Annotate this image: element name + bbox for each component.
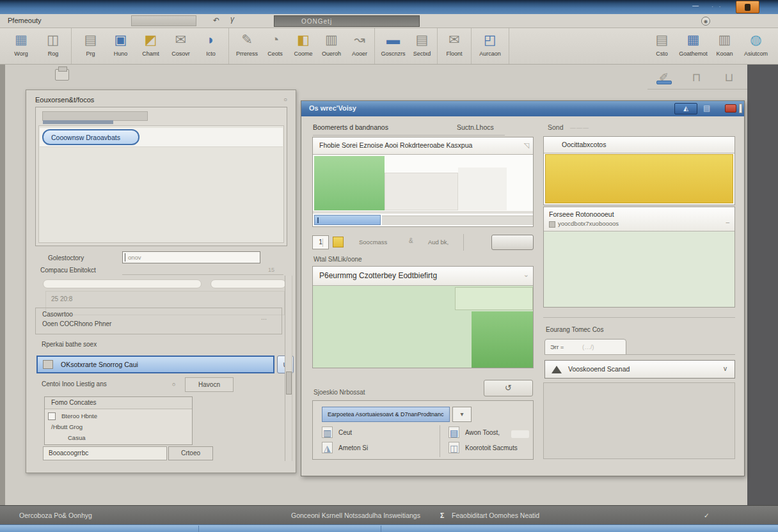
faint-badge (511, 430, 529, 438)
ribbon-label: Prreress (236, 51, 258, 57)
ribbon-label: Cosovr (171, 51, 190, 57)
standard-dropdown[interactable]: Vooskooend Scanad v (544, 360, 735, 379)
refresh-button[interactable]: ↺ (484, 380, 533, 396)
yellow-box-header[interactable]: Oocittabxcotos (544, 137, 734, 153)
radio-icon[interactable]: ○ (172, 381, 175, 387)
help-icon[interactable]: ◉ (701, 17, 710, 26)
option-awon-toost[interactable]: Awon Toost, (465, 429, 500, 436)
ribbon-button-oueroh[interactable]: ▥Oueroh (317, 28, 345, 63)
ribbon-button-ceots[interactable]: ◔Ceots (261, 28, 289, 63)
quantity-stepper[interactable]: 1 (312, 235, 329, 249)
planning-header[interactable]: P6eurmmg Czotterbey Eodtbiefirtg (313, 267, 533, 286)
bottom-field[interactable]: Booacoogrrbc (43, 446, 167, 460)
ribbon-button-chamt[interactable]: ◩Chamt (136, 28, 166, 63)
list-item[interactable]: Casua (68, 434, 85, 441)
ribbon-button-floont[interactable]: ✉Floont (438, 28, 470, 63)
option-pill[interactable] (43, 279, 202, 288)
selected-combo[interactable]: Earpoetea Asortuaiesoavt & D7nanProdtnan… (322, 407, 450, 422)
sjoeskio-label: Sjoeskio Nrbossat (314, 389, 365, 396)
crtoeo-button[interactable]: Crtoeo (168, 446, 213, 460)
option-ceut[interactable]: Ceut (338, 429, 352, 436)
panel-help-icon[interactable]: ○ (283, 96, 287, 103)
format-box-header[interactable]: Forseee Rotonoooeut yoocdbotx7xuoboooos … (544, 207, 734, 231)
notes-icon: ▤ (656, 30, 669, 49)
ribbon-button-worg[interactable]: ▦Worg (5, 28, 37, 63)
havocn-button[interactable]: Havocn (185, 377, 234, 392)
ribbon-button-cosovr[interactable]: ✉Cosovr (166, 28, 196, 63)
dialog-menu-icon[interactable]: ▤ (703, 104, 710, 113)
color-swatch-icon[interactable] (333, 237, 344, 247)
app-menu-tab[interactable]: Pfemeouty (8, 17, 42, 24)
ribbon-button-aurcaon[interactable]: ◰Aurcaon (472, 28, 508, 63)
em-field-ghost: (…/) (582, 340, 594, 354)
minimize-icon[interactable]: — (692, 2, 700, 9)
clock-icon: ◔ (271, 30, 280, 49)
option-ameton[interactable]: Ameton Si (338, 444, 368, 451)
preview-box-header[interactable]: Fhobie Sorei Eznoise Aooi Rokdrteeroabe … (313, 137, 533, 155)
option-koorotoit[interactable]: Koorotoit Sacmuts (465, 444, 518, 451)
audbk-label: Aud bk, (428, 239, 449, 246)
chevron-down-icon: v (724, 365, 727, 372)
ribbon-button-sectxd[interactable]: ▤Sectxd (408, 28, 436, 63)
document-list[interactable]: Cooownsw Draoavbats (38, 125, 284, 243)
ribbon-button-aooer[interactable]: ↝Aooer (345, 28, 374, 63)
case-box: Casowrtoo Ooen COCRhono Phner ⋯ (35, 308, 282, 334)
annotate-button[interactable]: ✐ (647, 66, 680, 89)
ribbon-button-csto[interactable]: ▤Csto (646, 28, 678, 63)
ribbon-button-prg[interactable]: ▤Prg (75, 28, 106, 63)
basket-icon: ⊔ (724, 70, 733, 84)
clipboard-icon: ▣ (115, 30, 127, 49)
divider (440, 425, 440, 457)
ribbon-button-asiutcom[interactable]: ◍Asiutcom (740, 28, 772, 63)
minimize-mark[interactable]: – (726, 219, 729, 226)
em-field-value: Эrr = (550, 343, 564, 350)
option-pill[interactable] (210, 279, 286, 288)
selected-list-item[interactable]: Cooownsw Draoavbats (42, 129, 139, 145)
combo-dropdown-button[interactable]: ▾ (452, 407, 472, 422)
folder-icon: ◧ (297, 30, 310, 49)
ribbon-label: Goathemot (679, 51, 708, 57)
dialog-pin-button[interactable]: ◭ (674, 103, 697, 114)
printer-icon[interactable] (55, 69, 69, 81)
ribbon-label: Worg (14, 51, 28, 57)
scrollbar[interactable] (285, 276, 292, 461)
dialog-titlebar[interactable]: Os wrec'Voisy ◭ ▤ (301, 101, 744, 116)
panel-tab[interactable] (42, 111, 148, 121)
taskbar-separator (198, 526, 199, 532)
list-item[interactable]: Bteroo Hbnte (61, 412, 97, 419)
ribbon-group-share: ◰Aurcaon (472, 28, 509, 64)
list-item[interactable]: /Hbutt Grog (51, 423, 83, 430)
scrollbar-thumb[interactable] (286, 372, 292, 395)
checkbox[interactable] (48, 412, 56, 420)
page-icon: ▥ (718, 30, 731, 49)
blue-progress-bar[interactable] (314, 215, 381, 225)
ribbon-button-kooan[interactable]: ▥Kooan (709, 28, 740, 63)
ribbon-button-prreress[interactable]: ✎Prreress (233, 28, 261, 63)
ribbon-button-goathemot[interactable]: ▦Goathemot (678, 28, 709, 63)
dialog-close-button[interactable] (725, 104, 736, 113)
directory-input[interactable]: onov (122, 251, 260, 263)
tab-documents[interactable]: Boomererts d bandnanos (313, 123, 388, 131)
document-title-field[interactable]: OONGetj (274, 15, 420, 27)
quick-access-button[interactable] (131, 15, 196, 26)
funnel-icon: ◗ (207, 30, 215, 49)
corner-fold-icon: ◹ (524, 141, 529, 150)
em-field[interactable]: Эrr =(…/) (544, 339, 626, 355)
highlighted-row[interactable]: OKsotxrarte Snorrog Caui (36, 356, 274, 373)
ribbon-group-mail: ✉Floont (438, 28, 472, 64)
blank-action-button[interactable] (491, 235, 534, 250)
undo-icon[interactable]: ↶ (213, 16, 219, 25)
close-button[interactable] (736, 1, 759, 13)
basket-button[interactable]: ⊔ (713, 66, 745, 89)
redo-icon[interactable]: γ (230, 15, 234, 24)
tab-suctnlhocs[interactable]: Suctn.Lhocs (457, 123, 494, 131)
highlighted-row-label: OKsotxrarte Snorrog Caui (61, 361, 138, 368)
press-button[interactable]: ⊓ (680, 66, 713, 89)
ribbon-button-icto[interactable]: ◗Icto (196, 28, 226, 63)
application-window: — · · Pfemeouty ↶ γ OONGetj ◉ ▦Worg ◫Rog… (0, 0, 778, 532)
ribbon-button-coome[interactable]: ◧Coome (289, 28, 317, 63)
sigma-icon[interactable]: Σ (440, 512, 444, 519)
ribbon-button-goscnzrs[interactable]: ▬Goscnzrs (379, 28, 408, 63)
ribbon-button-huno[interactable]: ▣Huno (106, 28, 136, 63)
ribbon-button-rog[interactable]: ◫Rog (37, 28, 69, 63)
